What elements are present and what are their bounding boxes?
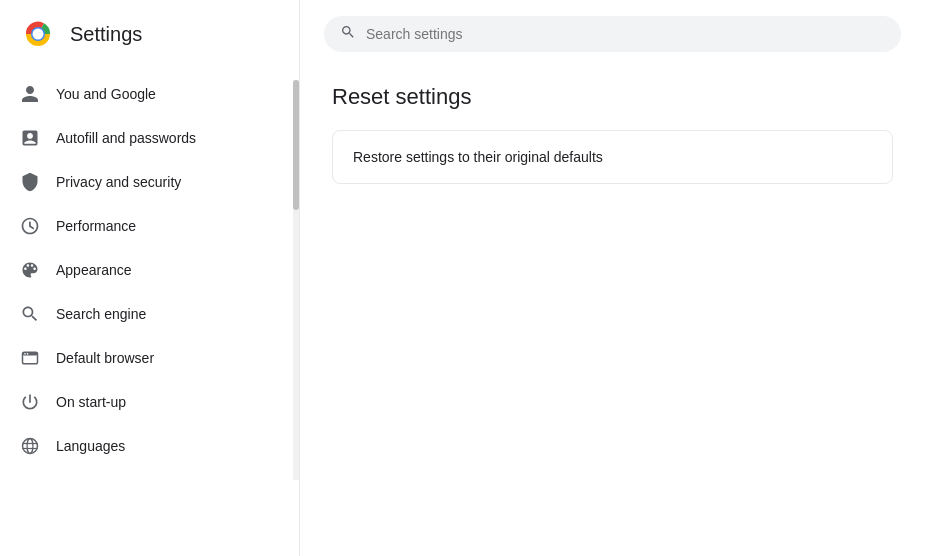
sidebar-item-label-privacy: Privacy and security — [56, 174, 181, 190]
svg-point-7 — [23, 439, 38, 454]
svg-point-8 — [27, 439, 33, 454]
sidebar-item-default-browser[interactable]: Default browser — [0, 336, 283, 380]
restore-defaults-label: Restore settings to their original defau… — [353, 149, 603, 165]
power-icon — [20, 392, 40, 412]
sidebar-scrollbar — [293, 80, 299, 480]
search-bar-container — [300, 0, 925, 68]
sidebar-item-autofill-passwords[interactable]: Autofill and passwords — [0, 116, 283, 160]
sidebar-item-label-on-startup: On start-up — [56, 394, 126, 410]
search-icon — [340, 24, 356, 44]
sidebar-scrollbar-thumb — [293, 80, 299, 210]
sidebar-item-label-appearance: Appearance — [56, 262, 132, 278]
person-icon — [20, 84, 40, 104]
sidebar-item-label-you-and-google: You and Google — [56, 86, 156, 102]
globe-icon — [20, 436, 40, 456]
search-input[interactable] — [366, 26, 885, 42]
sidebar-header: Settings — [0, 0, 299, 68]
shield-icon — [20, 172, 40, 192]
sidebar: Settings You and Google A — [0, 0, 300, 556]
sidebar-item-on-startup[interactable]: On start-up — [0, 380, 283, 424]
gauge-icon — [20, 216, 40, 236]
browser-icon — [20, 348, 40, 368]
content-area: Reset settings Restore settings to their… — [300, 68, 925, 200]
sidebar-item-appearance[interactable]: Appearance — [0, 248, 283, 292]
sidebar-item-label-performance: Performance — [56, 218, 136, 234]
sidebar-item-label-autofill: Autofill and passwords — [56, 130, 196, 146]
sidebar-item-search-engine[interactable]: Search engine — [0, 292, 283, 336]
settings-title: Settings — [70, 23, 142, 46]
sidebar-item-label-search-engine: Search engine — [56, 306, 146, 322]
svg-point-5 — [24, 353, 26, 355]
sidebar-nav: You and Google Autofill and passwords — [0, 68, 299, 556]
sidebar-item-performance[interactable]: Performance — [0, 204, 283, 248]
chrome-logo-icon — [20, 16, 56, 52]
sidebar-item-label-languages: Languages — [56, 438, 125, 454]
restore-defaults-item[interactable]: Restore settings to their original defau… — [333, 131, 892, 183]
search-engine-icon — [20, 304, 40, 324]
page-title: Reset settings — [332, 84, 893, 110]
svg-point-2 — [33, 29, 44, 40]
sidebar-item-you-and-google[interactable]: You and Google — [0, 72, 283, 116]
autofill-icon — [20, 128, 40, 148]
main-content: Reset settings Restore settings to their… — [300, 0, 925, 556]
sidebar-item-languages[interactable]: Languages — [0, 424, 283, 468]
sidebar-item-label-default-browser: Default browser — [56, 350, 154, 366]
svg-point-6 — [27, 353, 29, 355]
reset-settings-card: Restore settings to their original defau… — [332, 130, 893, 184]
sidebar-item-privacy-security[interactable]: Privacy and security — [0, 160, 283, 204]
search-bar — [324, 16, 901, 52]
palette-icon — [20, 260, 40, 280]
